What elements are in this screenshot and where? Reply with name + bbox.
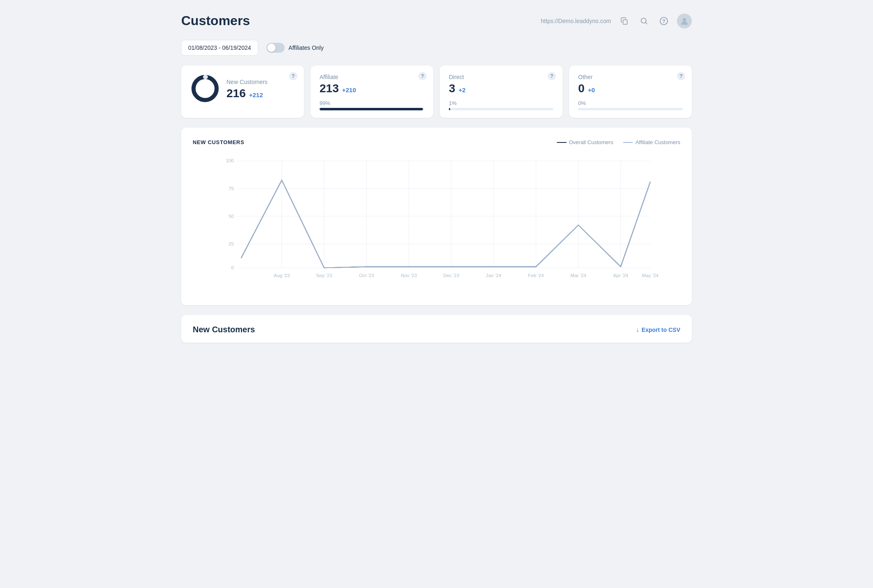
stat-card-other: ? Other 0 +0 0% <box>569 65 692 118</box>
chart-title: NEW CUSTOMERS <box>193 139 244 145</box>
date-range-picker[interactable]: 01/08/2023 - 06/19/2024 <box>181 40 258 56</box>
svg-text:75: 75 <box>229 186 234 191</box>
legend-line-overall <box>557 142 567 143</box>
stat-value-other: 0 +0 <box>578 82 683 95</box>
svg-text:25: 25 <box>229 241 234 246</box>
table-title: New Customers <box>193 325 255 334</box>
stat-value-direct: 3 +2 <box>449 82 553 95</box>
stat-delta-other: +0 <box>588 86 595 93</box>
line-chart: 0 25 50 75 100 Aug '23 Sep '23 Oct '23 N… <box>193 154 680 295</box>
legend-affiliate: Affiliate Customers <box>623 139 680 145</box>
stat-bar-fill-direct <box>449 108 450 110</box>
chart-header: NEW CUSTOMERS Overall Customers Affiliat… <box>193 139 680 145</box>
svg-text:Aug '23: Aug '23 <box>274 273 290 278</box>
svg-text:Feb '24: Feb '24 <box>528 273 544 278</box>
svg-text:Mar '24: Mar '24 <box>570 273 586 278</box>
export-label: Export to CSV <box>642 327 680 333</box>
stat-cards-grid: ? New Customers 216 + <box>181 65 692 118</box>
svg-text:100: 100 <box>226 158 234 163</box>
svg-text:Dec '23: Dec '23 <box>443 273 459 278</box>
header-actions: https://Demo.leaddyno.com ? <box>541 14 692 28</box>
stat-card-new-customers: ? New Customers 216 + <box>181 65 304 118</box>
download-icon: ↓ <box>636 326 639 334</box>
svg-point-6 <box>194 77 217 100</box>
page-header: Customers https://Demo.leaddyno.com ? <box>181 13 692 28</box>
stat-card-affiliate: ? Affiliate 213 +210 99% <box>310 65 433 118</box>
stat-card-direct: ? Direct 3 +2 1% <box>440 65 563 118</box>
svg-rect-0 <box>623 20 627 24</box>
table-header: New Customers ↓ Export to CSV <box>193 325 680 334</box>
stat-delta-direct: +2 <box>459 86 466 93</box>
table-section: New Customers ↓ Export to CSV <box>181 315 692 343</box>
stat-label-other: Other <box>578 74 683 80</box>
stat-bar-pct-direct: 1% <box>449 100 553 106</box>
toggle-knob <box>267 44 275 52</box>
export-csv-button[interactable]: ↓ Export to CSV <box>636 326 680 334</box>
svg-text:Nov '23: Nov '23 <box>401 273 417 278</box>
svg-text:0: 0 <box>231 265 234 270</box>
stat-label-new-customers: New Customers <box>226 79 268 85</box>
page-title: Customers <box>181 13 250 28</box>
help-tooltip-direct[interactable]: ? <box>548 72 556 80</box>
stat-bar-pct-other: 0% <box>578 100 683 106</box>
svg-point-4 <box>683 18 686 21</box>
svg-text:50: 50 <box>229 213 234 219</box>
search-icon[interactable] <box>637 14 651 28</box>
stat-bar-direct: 1% <box>449 100 553 110</box>
stat-bar-track-affiliate <box>320 108 424 110</box>
stat-delta-new-customers: +212 <box>249 91 263 98</box>
svg-text:May '24: May '24 <box>642 273 659 278</box>
stat-value-new-customers: 216 +212 <box>226 87 268 100</box>
stat-bar-track-direct <box>449 108 553 110</box>
legend-label-overall: Overall Customers <box>569 139 614 145</box>
stat-bar-affiliate: 99% <box>320 100 424 110</box>
user-avatar[interactable] <box>677 14 692 28</box>
stat-delta-affiliate: +210 <box>342 86 356 93</box>
stat-bar-pct-affiliate: 99% <box>320 100 424 106</box>
legend-overall: Overall Customers <box>557 139 614 145</box>
stat-bar-other: 0% <box>578 100 683 110</box>
svg-text:?: ? <box>662 18 665 24</box>
legend-label-affiliate: Affiliate Customers <box>635 139 680 145</box>
svg-text:Sep '23: Sep '23 <box>316 273 332 278</box>
svg-text:Oct '23: Oct '23 <box>359 273 374 278</box>
svg-text:Apr '24: Apr '24 <box>613 273 628 278</box>
help-tooltip-affiliate[interactable]: ? <box>418 72 427 80</box>
help-tooltip-other[interactable]: ? <box>677 72 685 80</box>
svg-text:Jan '24: Jan '24 <box>486 273 502 278</box>
stat-label-direct: Direct <box>449 74 553 80</box>
chart-section: NEW CUSTOMERS Overall Customers Affiliat… <box>181 128 692 305</box>
stat-value-affiliate: 213 +210 <box>320 82 424 95</box>
affiliates-toggle[interactable] <box>266 43 285 53</box>
stat-bar-track-other <box>578 108 683 110</box>
stat-bar-fill-affiliate <box>320 108 423 110</box>
help-icon[interactable]: ? <box>657 14 670 28</box>
header-url: https://Demo.leaddyno.com <box>541 18 611 24</box>
help-tooltip-new-customers[interactable]: ? <box>289 72 297 80</box>
filter-bar: 01/08/2023 - 06/19/2024 Affiliates Only <box>181 40 692 56</box>
toggle-label: Affiliates Only <box>289 44 324 51</box>
affiliates-toggle-wrap: Affiliates Only <box>266 43 324 53</box>
stat-label-affiliate: Affiliate <box>320 74 424 80</box>
chart-legend: Overall Customers Affiliate Customers <box>557 139 681 145</box>
donut-chart <box>190 74 220 105</box>
legend-line-affiliate <box>623 142 633 143</box>
copy-icon[interactable] <box>618 14 631 28</box>
